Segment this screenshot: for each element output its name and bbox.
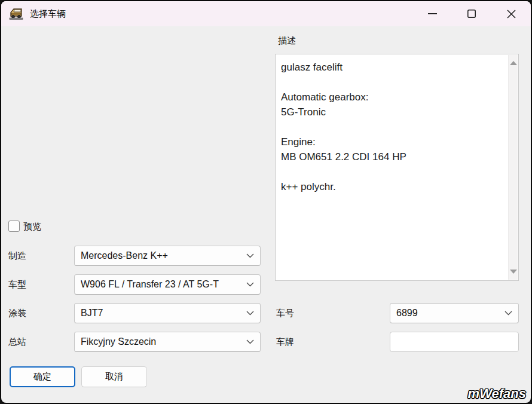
depot-dropdown[interactable]: Fikcyjny Szczecin [74,332,261,352]
license-plate-input[interactable] [390,332,518,351]
maximize-icon [467,10,476,18]
model-value: W906 FL / Transfer 23 / AT 5G-T [81,275,247,294]
livery-dropdown[interactable]: BJT7 [74,303,261,323]
minimize-button[interactable] [412,1,452,26]
maximize-button[interactable] [452,1,491,26]
preview-checkbox-label: 预览 [23,221,41,232]
scroll-up-icon[interactable] [510,61,517,65]
manufacturer-label: 制造 [8,250,26,262]
depot-value: Fikcyjny Szczecin [81,332,242,351]
description-label: 描述 [278,35,296,47]
model-label: 车型 [8,279,26,290]
manufacturer-value: Mercedes-Benz K++ [81,246,242,265]
license-plate-label: 车牌 [276,336,294,348]
description-text: gulasz facelift Automatic gearbox: 5G-Tr… [276,54,508,280]
fleet-number-dropdown[interactable]: 6899 [390,303,519,323]
chevron-down-icon [246,339,254,344]
chevron-down-icon [505,311,512,316]
fleet-number-value: 6899 [396,304,500,323]
chevron-down-icon [246,311,254,316]
close-icon [507,10,516,19]
description-scrollbar[interactable] [508,55,518,280]
livery-label: 涂装 [8,308,26,319]
bus-icon [8,7,24,21]
livery-value: BJT7 [81,304,242,323]
manufacturer-dropdown[interactable]: Mercedes-Benz K++ [74,246,261,266]
fleet-number-label: 车号 [276,308,294,319]
model-dropdown[interactable]: W906 FL / Transfer 23 / AT 5G-T [74,274,261,295]
cancel-button[interactable]: 取消 [81,366,147,387]
title-bar: 选择车辆 [1,1,531,26]
chevron-down-icon [246,282,254,287]
window-title: 选择车辆 [30,8,66,20]
select-vehicle-dialog: 选择车辆 描述 gulasz facelift Automatic gearbo… [0,0,532,404]
close-button[interactable] [491,1,531,26]
scroll-down-icon[interactable] [510,270,517,274]
depot-label: 总站 [8,336,26,348]
chevron-down-icon [246,253,254,258]
ok-button[interactable]: 确定 [10,366,75,387]
preview-checkbox[interactable] [8,221,20,232]
window-controls [412,1,531,26]
minimize-icon [428,13,437,14]
license-plate-field-wrap [390,332,519,352]
description-box[interactable]: gulasz facelift Automatic gearbox: 5G-Tr… [275,54,519,281]
watermark: mWefans [468,386,526,402]
